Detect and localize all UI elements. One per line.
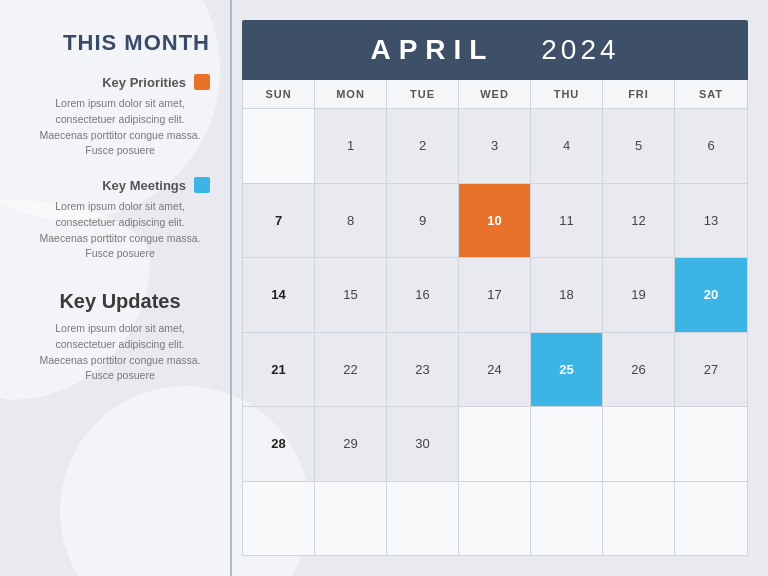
calendar-week-4: 282930 <box>243 407 747 482</box>
calendar-day-empty <box>675 407 747 481</box>
calendar-day-empty <box>243 109 315 183</box>
calendar-day-empty <box>459 407 531 481</box>
calendar-day-2: 2 <box>387 109 459 183</box>
calendar-week-5 <box>243 482 747 556</box>
calendar-header: APRIL 2024 <box>242 20 748 80</box>
calendar-day-empty <box>531 482 603 556</box>
calendar-section: APRIL 2024 SUNMONTUEWEDTHUFRISAT 1234567… <box>232 0 768 576</box>
calendar-day-5: 5 <box>603 109 675 183</box>
calendar-day-10: 10 <box>459 184 531 258</box>
calendar-year: 2024 <box>541 34 619 65</box>
calendar-day-26: 26 <box>603 333 675 407</box>
day-header-fri: FRI <box>603 80 675 108</box>
day-headers: SUNMONTUEWEDTHUFRISAT <box>243 80 747 109</box>
calendar-day-empty <box>603 482 675 556</box>
calendar-day-empty <box>243 482 315 556</box>
meetings-label: Key Meetings <box>102 178 186 193</box>
calendar-day-8: 8 <box>315 184 387 258</box>
sidebar: THIS MONTH Key Priorities Lorem ipsum do… <box>0 0 230 576</box>
calendar-day-29: 29 <box>315 407 387 481</box>
calendar-day-23: 23 <box>387 333 459 407</box>
day-header-wed: WED <box>459 80 531 108</box>
page-container: THIS MONTH Key Priorities Lorem ipsum do… <box>0 0 768 576</box>
updates-section: Key Updates Lorem ipsum dolor sit amet, … <box>30 280 210 384</box>
calendar-day-24: 24 <box>459 333 531 407</box>
calendar-day-30: 30 <box>387 407 459 481</box>
calendar-day-9: 9 <box>387 184 459 258</box>
calendar-week-2: 14151617181920 <box>243 258 747 333</box>
calendar-day-14: 14 <box>243 258 315 332</box>
calendar-day-empty <box>531 407 603 481</box>
meetings-color-indicator <box>194 177 210 193</box>
calendar-day-25: 25 <box>531 333 603 407</box>
calendar-day-3: 3 <box>459 109 531 183</box>
day-header-sun: SUN <box>243 80 315 108</box>
calendar-day-27: 27 <box>675 333 747 407</box>
calendar-grid: SUNMONTUEWEDTHUFRISAT 123456789101112131… <box>242 80 748 556</box>
calendar-day-empty <box>387 482 459 556</box>
calendar-day-empty <box>459 482 531 556</box>
meetings-body: Lorem ipsum dolor sit amet, consectetuer… <box>30 199 210 262</box>
calendar-day-12: 12 <box>603 184 675 258</box>
calendar-month: APRIL <box>370 34 494 65</box>
priorities-label: Key Priorities <box>102 75 186 90</box>
calendar-week-1: 78910111213 <box>243 184 747 259</box>
calendar-day-16: 16 <box>387 258 459 332</box>
calendar-day-15: 15 <box>315 258 387 332</box>
calendar-weeks: 1234567891011121314151617181920212223242… <box>243 109 747 555</box>
calendar-week-3: 21222324252627 <box>243 333 747 408</box>
priorities-body: Lorem ipsum dolor sit amet, consectetuer… <box>30 96 210 159</box>
calendar-day-7: 7 <box>243 184 315 258</box>
calendar-day-1: 1 <box>315 109 387 183</box>
day-header-mon: MON <box>315 80 387 108</box>
calendar-day-18: 18 <box>531 258 603 332</box>
updates-body: Lorem ipsum dolor sit amet, consectetuer… <box>30 321 210 384</box>
meetings-section: Key Meetings Lorem ipsum dolor sit amet,… <box>30 177 210 262</box>
priorities-section: Key Priorities Lorem ipsum dolor sit ame… <box>30 74 210 159</box>
calendar-day-22: 22 <box>315 333 387 407</box>
this-month-title: THIS MONTH <box>30 30 210 56</box>
meetings-label-row: Key Meetings <box>30 177 210 193</box>
calendar-day-21: 21 <box>243 333 315 407</box>
calendar-week-0: 123456 <box>243 109 747 184</box>
updates-title: Key Updates <box>30 290 210 313</box>
day-header-thu: THU <box>531 80 603 108</box>
priorities-color-indicator <box>194 74 210 90</box>
calendar-day-17: 17 <box>459 258 531 332</box>
calendar-day-empty <box>675 482 747 556</box>
priorities-label-row: Key Priorities <box>30 74 210 90</box>
day-header-sat: SAT <box>675 80 747 108</box>
calendar-day-empty <box>315 482 387 556</box>
calendar-day-11: 11 <box>531 184 603 258</box>
calendar-day-6: 6 <box>675 109 747 183</box>
calendar-day-20: 20 <box>675 258 747 332</box>
day-header-tue: TUE <box>387 80 459 108</box>
calendar-day-empty <box>603 407 675 481</box>
calendar-day-13: 13 <box>675 184 747 258</box>
calendar-day-28: 28 <box>243 407 315 481</box>
calendar-day-19: 19 <box>603 258 675 332</box>
calendar-day-4: 4 <box>531 109 603 183</box>
